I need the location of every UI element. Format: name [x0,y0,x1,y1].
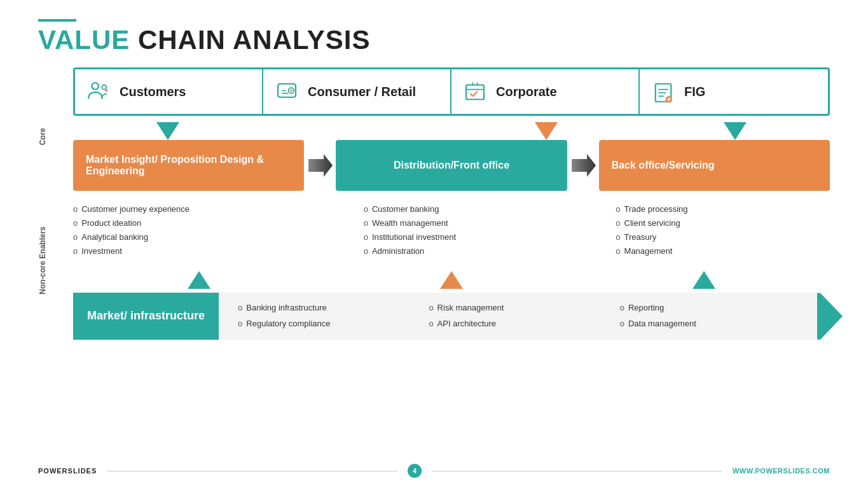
bullet-1-1: o [73,202,78,216]
page-title: VALUE CHAIN ANALYSIS [38,27,830,53]
title-word1: VALUE [38,25,130,55]
side-label-core: Core [38,128,47,145]
bottom-bullet-2-2: o [429,316,433,332]
arrow-right-svg-1 [305,150,335,181]
enabler-item-3-1: o Trade processing [616,202,820,216]
arrow-up-teal-2 [692,271,715,289]
enabler-col-2: o Customer banking o Wealth management o… [326,197,578,263]
title-area: VALUE CHAIN ANALYSIS [38,19,830,53]
category-consumer: Consumer / Retail [263,69,451,114]
bullet-1-2: o [73,216,78,230]
enabler-col-3: o Trade processing o Client servicing o … [577,197,830,263]
bottom-content: o Banking infrastructure o Regulatory co… [219,293,817,339]
bullet-3-4: o [616,244,620,258]
core-box-1-label: Market Insight/ Proposition Design & Eng… [86,154,291,177]
bullet-3-1: o [616,202,620,216]
enabler-item-2-1: o Customer banking [364,202,568,216]
bottom-item-3-1: o Reporting [620,300,798,316]
enabler-item-2-4: o Administration [364,244,568,258]
enabler-label-3-3: Treasury [624,230,657,244]
bottom-label-2-2: API architecture [437,316,497,332]
bottom-label-2-1: Risk management [437,300,504,316]
category-customers: Customers [75,69,263,114]
arrows-up-row [73,268,830,293]
arrow-right-2 [567,150,599,181]
core-box-2-label: Distribution/Front office [394,160,509,171]
core-box-distribution: Distribution/Front office [336,140,567,191]
market-infrastructure-label: Market/ infrastructure [87,309,205,323]
bottom-label-1-2: Regulatory compliance [246,316,330,332]
enabler-label-1-3: Analytical banking [81,230,148,244]
bottom-bullet-3-1: o [620,300,624,316]
footer-url: WWW.POWERSLIDES.COM [733,467,830,475]
arrow-down-3 [451,116,641,140]
arrow-down-4 [641,116,830,140]
bottom-item-2-2: o API architecture [429,316,607,332]
enabler-label-1-4: Investment [81,244,122,258]
bullet-2-4: o [364,244,368,258]
arrow-teal-2 [724,122,747,140]
arrow-up-1 [73,268,326,293]
enabler-item-1-2: o Product ideation [73,216,315,230]
bottom-row: Market/ infrastructure o Banking infrast… [73,293,830,339]
enabler-item-1-4: o Investment [73,244,315,258]
bottom-left-label: Market/ infrastructure [73,293,219,339]
enabler-item-3-4: o Management [616,244,820,258]
svg-point-1 [102,85,106,90]
arrow-up-orange-1 [440,271,463,289]
core-box-market-insight: Market Insight/ Proposition Design & Eng… [73,140,304,191]
footer-brand: POWERSLIDES [38,467,97,475]
arrow-up-2 [326,268,578,293]
enabler-item-1-3: o Analytical banking [73,230,315,244]
bottom-label-3-2: Data management [628,316,696,332]
bottom-bullet-1-2: o [238,316,242,332]
arrow-teal-1 [156,122,179,140]
bottom-bullet-1-1: o [238,300,242,316]
footer-page-number: 4 [408,464,422,478]
bottom-item-2-1: o Risk management [429,300,607,316]
arrow-right-svg-2 [568,150,598,181]
enabler-label-2-4: Administration [372,244,424,258]
core-box-3-label: Back office/Servicing [612,160,715,171]
enabler-item-1-1: o Customer journey experience [73,202,315,216]
fig-icon [650,78,677,105]
category-fig: FIG [640,69,828,114]
enabler-label-3-1: Trade processing [624,202,688,216]
category-fig-label: FIG [684,85,705,99]
diagram-wrapper: Core Non-core Enablers Customers [38,67,830,340]
category-customers-label: Customers [120,85,186,99]
bullet-2-1: o [364,202,368,216]
title-word2: CHAIN ANALYSIS [130,25,370,55]
enabler-label-2-2: Wealth management [372,216,448,230]
bullet-2-3: o [364,230,368,244]
core-row: Market Insight/ Proposition Design & Eng… [73,140,830,191]
enabler-item-2-2: o Wealth management [364,216,568,230]
bullet-3-3: o [616,230,620,244]
enabler-col-1: o Customer journey experience o Product … [73,197,326,263]
bullet-3-2: o [616,216,620,230]
bottom-label-3-1: Reporting [628,300,664,316]
arrow-down-1 [73,116,263,140]
bottom-item-3-2: o Data management [620,316,798,332]
bullet-1-3: o [73,230,78,244]
footer: POWERSLIDES 4 WWW.POWERSLIDES.COM [38,464,830,478]
svg-marker-8 [572,154,596,177]
bottom-bullet-2-1: o [429,300,433,316]
arrow-down-2 [263,116,452,140]
side-label-non-core: Non-core Enablers [38,227,47,295]
arrow-right-1 [304,150,336,181]
slide: VALUE CHAIN ANALYSIS Core Non-core Enabl… [0,0,868,488]
corporate-icon [462,78,488,105]
enabler-label-2-3: Institutional investment [372,230,456,244]
bottom-col-2: o Risk management o API architecture [422,300,613,331]
svg-marker-7 [308,154,333,177]
svg-rect-4 [466,85,484,100]
category-consumer-label: Consumer / Retail [308,85,416,99]
arrow-orange-1 [535,122,558,140]
bottom-label-1-1: Banking infrastructure [246,300,326,316]
svg-rect-2 [278,84,296,97]
bottom-col-1: o Banking infrastructure o Regulatory co… [231,300,422,331]
bottom-item-1-2: o Regulatory compliance [238,316,416,332]
core-box-backoffice: Back office/Servicing [599,140,830,191]
bullet-1-4: o [73,244,78,258]
